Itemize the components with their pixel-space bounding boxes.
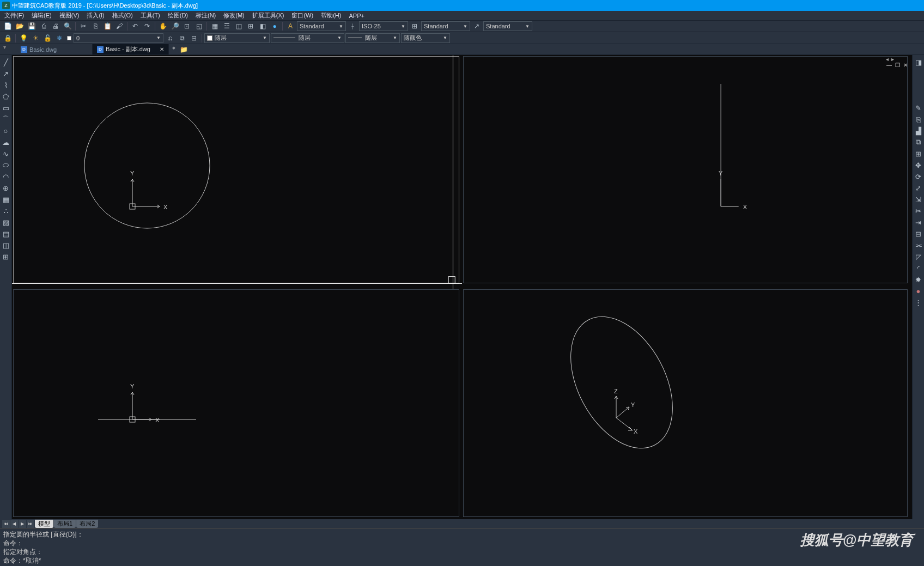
chamfer-tool[interactable]: ◸ [914, 252, 923, 261]
stretch-tool[interactable]: ⇲ [914, 194, 923, 204]
zoomwin-button[interactable]: ⊡ [181, 21, 192, 31]
color-combo[interactable]: 随层▼ [204, 33, 270, 43]
mirror-tool[interactable]: ▟ [914, 126, 923, 136]
point-tool[interactable]: ∴ [1, 206, 11, 216]
ellipsearc-tool[interactable]: ◠ [1, 172, 11, 181]
zoom-button[interactable]: 🔎 [169, 21, 180, 31]
explode-tool[interactable]: ✸ [914, 275, 923, 284]
mleaderstyle-combo[interactable]: Standard▼ [483, 21, 532, 31]
textstyle-combo[interactable]: Standard▼ [297, 21, 346, 31]
menu-modify[interactable]: 修改(M) [223, 11, 245, 20]
layers-button[interactable]: ▦ [209, 21, 220, 31]
rect-tool[interactable]: ▭ [1, 103, 11, 113]
model-tab[interactable]: 模型 [35, 520, 53, 528]
menu-help[interactable]: 帮助(H) [321, 11, 341, 20]
extend-tool[interactable]: ⇥ [914, 217, 923, 227]
circle-tool[interactable]: ○ [1, 126, 11, 136]
last-button[interactable]: ⏭ [27, 520, 34, 528]
scale-tool[interactable]: ⤢ [914, 183, 923, 193]
arc-tool[interactable]: ⌒ [1, 114, 11, 124]
block-tool[interactable]: ▦ [1, 194, 11, 204]
command-window[interactable]: 指定圆的半径或 [直径(D)]： 命令： 指定对角点： 命令：*取消* 命令： [0, 528, 924, 566]
menu-file[interactable]: 文件(F) [4, 11, 24, 20]
panel-toggle[interactable]: ◨ [914, 57, 923, 67]
polygon-tool[interactable]: ⬠ [1, 92, 11, 101]
match-button[interactable]: 🖌 [114, 21, 125, 31]
move-tool[interactable]: ✥ [914, 160, 923, 170]
freeze-icon[interactable]: ❄ [54, 33, 65, 43]
mleaderstyle-icon[interactable]: ↗ [471, 21, 482, 31]
preview-button[interactable]: 🔍 [62, 21, 73, 31]
sun-icon[interactable]: ☀ [30, 33, 41, 43]
viewport-top-left[interactable]: X Y [13, 56, 459, 283]
first-button[interactable]: ⏮ [2, 520, 10, 528]
saveall-button[interactable]: ⎙ [38, 21, 49, 31]
tab-basic-copy[interactable]: D Basic - 副本.dwg ✕ [93, 44, 169, 54]
menu-dim[interactable]: 标注(N) [196, 11, 216, 20]
layout2-tab[interactable]: 布局2 [76, 520, 98, 528]
zoomprev-button[interactable]: ◱ [193, 21, 204, 31]
erase-tool[interactable]: ✎ [914, 103, 923, 113]
menu-window[interactable]: 窗口(W) [291, 11, 313, 20]
table-tool[interactable]: ⊞ [1, 252, 11, 261]
line-tool[interactable]: ╱ [1, 57, 11, 67]
gradient-tool[interactable]: ▤ [1, 229, 11, 239]
array-tool[interactable]: ⊞ [914, 149, 923, 159]
dc-button[interactable]: ◧ [257, 21, 268, 31]
ellipse-tool[interactable]: ⬭ [1, 160, 11, 170]
dimstyle-combo[interactable]: ISO-25▼ [359, 21, 408, 31]
copy-button[interactable]: ⎘ [90, 21, 101, 31]
menu-insert[interactable]: 插入(I) [87, 11, 104, 20]
viewport-bottom-right[interactable]: X Y Z [463, 289, 908, 516]
hatch-tool[interactable]: ▨ [1, 217, 11, 227]
next-button[interactable]: ▶ [19, 520, 26, 528]
viewport-area[interactable]: ◂ ▸ — ❐ ✕ X Y [12, 55, 912, 519]
open-tab-button[interactable]: 📁 [179, 44, 189, 54]
plotstyle-combo[interactable]: 随颜色▼ [401, 33, 450, 43]
sphere-tool[interactable]: ● [914, 286, 923, 296]
layout1-tab[interactable]: 布局1 [54, 520, 76, 528]
print-button[interactable]: 🖨 [50, 21, 61, 31]
pan-button[interactable]: ✋ [157, 21, 168, 31]
tool-button[interactable]: ⊞ [245, 21, 256, 31]
more-tool[interactable]: ⋮ [914, 297, 923, 307]
spline-tool[interactable]: ∿ [1, 149, 11, 159]
menu-app[interactable]: APP+ [349, 13, 364, 19]
layer-state-button[interactable]: ⧉ [177, 33, 187, 43]
tablestyle-combo[interactable]: Standard▼ [421, 21, 470, 31]
pline-tool[interactable]: ⌇ [1, 80, 11, 90]
menu-edit[interactable]: 编辑(E) [32, 11, 52, 20]
region-tool[interactable]: ◫ [1, 240, 11, 250]
fillet-tool[interactable]: ◜ [914, 263, 923, 273]
layer-combo[interactable]: 0▼ [74, 33, 163, 43]
textstyle-icon[interactable]: A [285, 21, 296, 31]
layermgr-button[interactable]: 🔒 [2, 33, 13, 43]
break-tool[interactable]: ⊟ [914, 229, 923, 239]
undo-button[interactable]: ↶ [130, 21, 141, 31]
cloud-tool[interactable]: ☁ [1, 137, 11, 147]
menu-ext[interactable]: 扩展工具(X) [252, 11, 284, 20]
lock-icon[interactable]: 🔓 [42, 33, 53, 43]
block-button[interactable]: ◫ [233, 21, 244, 31]
ray-tool[interactable]: ↗ [1, 69, 11, 78]
copy-tool[interactable]: ⎘ [914, 114, 923, 124]
viewport-top-right[interactable]: X Y [463, 56, 908, 283]
layer-iso-button[interactable]: ⊟ [189, 33, 199, 43]
paste-button[interactable]: 📋 [102, 21, 113, 31]
tablestyle-icon[interactable]: ⊞ [409, 21, 420, 31]
tab-basic[interactable]: D Basic.dwg [16, 44, 93, 54]
linetype-combo[interactable]: 随层▼ [271, 33, 344, 43]
menu-view[interactable]: 视图(V) [59, 11, 80, 20]
dimstyle-icon[interactable]: ⟊ [347, 21, 358, 31]
cut-button[interactable]: ✂ [78, 21, 89, 31]
menu-draw[interactable]: 绘图(D) [168, 11, 188, 20]
tab-prev-button[interactable]: ▾ [3, 44, 6, 50]
join-tool[interactable]: ⫘ [914, 240, 923, 250]
prev-button[interactable]: ◀ [10, 520, 18, 528]
rotate-tool[interactable]: ⟳ [914, 172, 923, 181]
save-button[interactable]: 💾 [26, 21, 37, 31]
new-button[interactable]: 📄 [2, 21, 13, 31]
insert-tool[interactable]: ⊕ [1, 183, 11, 193]
props-button[interactable]: ☲ [221, 21, 232, 31]
offset-tool[interactable]: ⧉ [914, 137, 923, 147]
